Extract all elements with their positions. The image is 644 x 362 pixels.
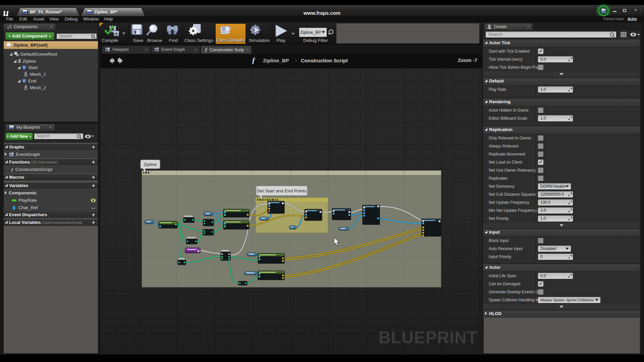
svg-text:Find: Find: [169, 38, 178, 43]
svg-text:Class Settings: Class Settings: [184, 38, 214, 43]
svg-text:Simulation: Simulation: [249, 38, 270, 43]
svg-text:Zipline: Zipline: [144, 162, 157, 167]
svg-text:Debug Filter: Debug Filter: [303, 38, 328, 43]
svg-text:BLUEPRINT: BLUEPRINT: [378, 328, 477, 347]
svg-text:Set Start and End Points: Set Start and End Points: [257, 188, 307, 193]
svg-text:Browse: Browse: [147, 38, 162, 43]
svg-text:Zipline_BP: Zipline_BP: [300, 30, 321, 35]
svg-text:Save: Save: [133, 38, 144, 43]
svg-text:Compile: Compile: [102, 38, 118, 43]
svg-text:Class Defaults: Class Defaults: [216, 38, 245, 43]
svg-text:Play: Play: [277, 38, 286, 43]
